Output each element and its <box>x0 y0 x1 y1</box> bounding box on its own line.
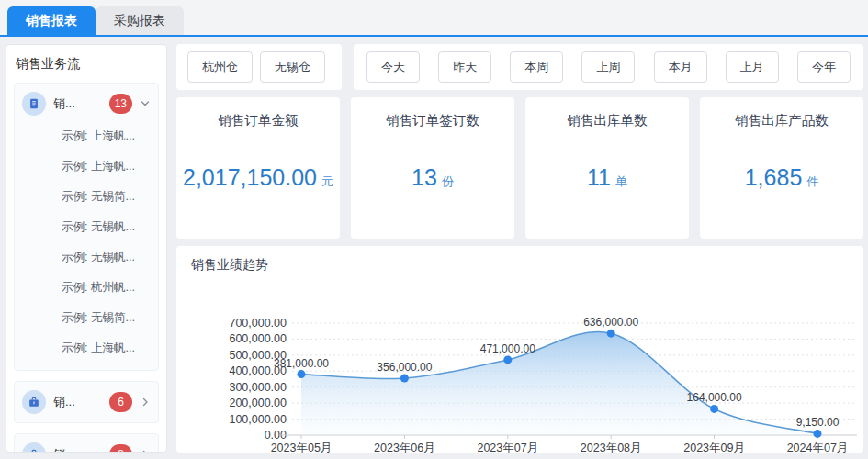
svg-text:100,000.00: 100,000.00 <box>229 413 287 426</box>
stat-unit: 元 <box>321 174 333 190</box>
tree-group-label: 销... <box>53 394 102 410</box>
tree-group-label: 销... <box>53 95 102 112</box>
svg-text:2023年09月: 2023年09月 <box>683 442 745 453</box>
main-area: 杭州仓 无锡仓 今天 昨天 本周 上周 本月 上月 今年 销售订单金额 2,01… <box>176 44 863 453</box>
svg-text:700,000.00: 700,000.00 <box>229 317 287 330</box>
trend-chart: 0.00100,000.00200,000.00300,000.00400,00… <box>184 275 860 453</box>
page-content: 销售业务流 销... 13 示例: 上海帆... 示例: 上海帆... 示例: … <box>0 37 868 457</box>
tab-sales-report[interactable]: 销售报表 <box>7 6 96 35</box>
tree-children: 示例: 上海帆... 示例: 上海帆... 示例: 无锡简... 示例: 无锡帆… <box>20 121 152 364</box>
period-button-this-year[interactable]: 今年 <box>797 51 851 83</box>
tree-group-header[interactable]: 销... 3 <box>20 441 152 453</box>
period-button-yesterday[interactable]: 昨天 <box>438 51 491 83</box>
tree-group-sales-2: 销... 6 <box>14 381 159 423</box>
svg-text:164,000.00: 164,000.00 <box>687 391 742 404</box>
tree-child-item[interactable]: 示例: 无锡帆... <box>20 242 152 273</box>
stat-title: 销售订单金额 <box>219 112 299 129</box>
briefcase-icon <box>22 442 46 453</box>
period-button-last-week[interactable]: 上周 <box>581 51 635 83</box>
svg-text:9,150.00: 9,150.00 <box>796 416 840 429</box>
tab-purchase-report[interactable]: 采购报表 <box>96 6 184 35</box>
tab-bar: 销售报表 采购报表 <box>0 0 868 37</box>
stat-unit: 件 <box>806 174 818 190</box>
svg-text:471,000.00: 471,000.00 <box>480 342 535 355</box>
tree-child-item[interactable]: 示例: 无锡简... <box>20 303 152 333</box>
stats-row: 销售订单金额 2,017,150.00 元 销售订单签订数 13 份 销售出库单… <box>176 97 863 239</box>
svg-text:2023年06月: 2023年06月 <box>374 442 435 453</box>
svg-text:636,000.00: 636,000.00 <box>583 316 638 329</box>
svg-text:2023年05月: 2023年05月 <box>271 442 333 453</box>
svg-text:381,000.00: 381,000.00 <box>274 357 329 370</box>
tree-group-label: 销... <box>53 446 102 453</box>
period-button-today[interactable]: 今天 <box>366 51 420 83</box>
svg-text:600,000.00: 600,000.00 <box>229 332 287 345</box>
svg-text:2023年08月: 2023年08月 <box>581 442 642 453</box>
stat-title: 销售出库单数 <box>568 112 648 129</box>
warehouse-filter-panel: 杭州仓 无锡仓 <box>176 44 342 90</box>
filter-row: 杭州仓 无锡仓 今天 昨天 本周 上周 本月 上月 今年 <box>176 44 863 90</box>
stat-unit: 单 <box>615 174 627 190</box>
trend-chart-card: 销售业绩趋势 0.00100,000.00200,000.00300,000.0… <box>176 246 863 453</box>
svg-text:300,000.00: 300,000.00 <box>229 381 287 394</box>
sidebar-title: 销售业务流 <box>14 56 159 73</box>
stat-card-outbound-orders: 销售出库单数 11 单 <box>525 97 689 239</box>
tree-group-header[interactable]: 销... 13 <box>20 90 152 118</box>
stat-value: 13 <box>411 164 437 191</box>
period-filter-panel: 今天 昨天 本周 上周 本月 上月 今年 <box>354 44 863 90</box>
stat-title: 销售出库产品数 <box>735 112 829 129</box>
stat-card-order-amount: 销售订单金额 2,017,150.00 元 <box>176 97 340 239</box>
chart-title: 销售业绩趋势 <box>184 257 860 274</box>
period-button-this-month[interactable]: 本月 <box>654 51 707 83</box>
stat-value: 1,685 <box>745 164 803 191</box>
stat-card-orders-signed: 销售订单签订数 13 份 <box>351 97 514 239</box>
tree-child-item[interactable]: 示例: 杭州帆... <box>20 273 152 303</box>
period-button-this-week[interactable]: 本周 <box>510 51 563 83</box>
area-chart-svg: 0.00100,000.00200,000.00300,000.00400,00… <box>184 275 860 453</box>
svg-text:200,000.00: 200,000.00 <box>229 397 287 409</box>
svg-text:2024年07月: 2024年07月 <box>787 442 849 453</box>
tree-child-item[interactable]: 示例: 上海帆... <box>20 333 152 364</box>
stat-card-outbound-products: 销售出库产品数 1,685 件 <box>700 97 863 239</box>
tree-child-item[interactable]: 示例: 无锡简... <box>20 182 152 212</box>
svg-text:356,000.00: 356,000.00 <box>377 361 432 374</box>
tree-group-header[interactable]: 销... 6 <box>20 388 152 416</box>
stat-value: 11 <box>587 164 611 191</box>
count-badge: 3 <box>109 444 132 453</box>
document-icon <box>22 92 46 116</box>
stat-value: 2,017,150.00 <box>183 164 317 191</box>
stat-title: 销售订单签订数 <box>386 112 479 129</box>
period-button-last-month[interactable]: 上月 <box>726 51 779 83</box>
chevron-down-icon[interactable] <box>140 98 151 109</box>
tree-group-sales-orders: 销... 13 示例: 上海帆... 示例: 上海帆... 示例: 无锡简...… <box>14 83 159 371</box>
tree-child-item[interactable]: 示例: 上海帆... <box>20 151 152 182</box>
tree-child-item[interactable]: 示例: 上海帆... <box>20 121 152 151</box>
chevron-right-icon[interactable] <box>140 449 151 453</box>
stat-unit: 份 <box>442 174 454 190</box>
tree-group-sales-3: 销... 3 <box>14 433 159 453</box>
chevron-right-icon[interactable] <box>140 397 151 408</box>
warehouse-button-hangzhou[interactable]: 杭州仓 <box>187 51 253 83</box>
count-badge: 6 <box>109 392 132 412</box>
tree-child-item[interactable]: 示例: 无锡帆... <box>20 212 152 242</box>
count-badge: 13 <box>109 94 132 114</box>
briefcase-icon <box>22 390 46 414</box>
svg-text:2023年07月: 2023年07月 <box>477 442 538 453</box>
sidebar-sales-flow: 销售业务流 销... 13 示例: 上海帆... 示例: 上海帆... 示例: … <box>6 44 167 453</box>
warehouse-button-wuxi[interactable]: 无锡仓 <box>260 51 325 83</box>
